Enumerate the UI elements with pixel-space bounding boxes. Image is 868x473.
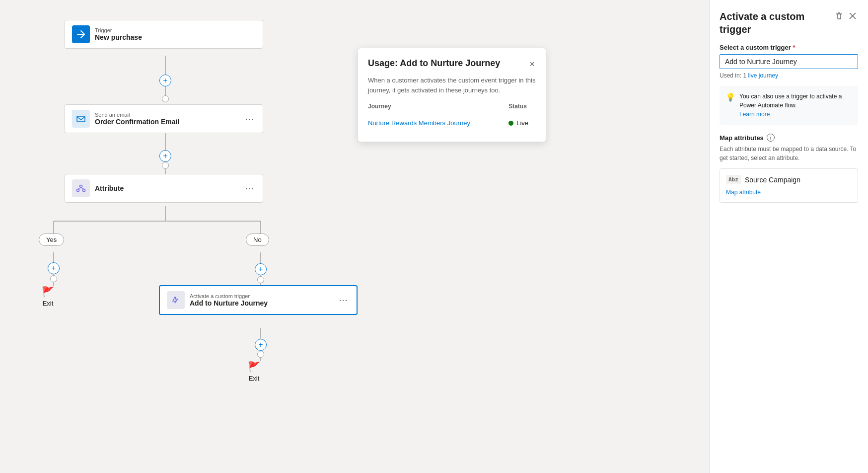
panel-header: Activate a custom trigger: [720, 10, 858, 36]
svg-line-18: [78, 188, 81, 189]
panel-title: Activate a custom trigger: [720, 10, 829, 36]
yes-branch[interactable]: Yes: [39, 234, 64, 246]
attribute-menu-btn[interactable]: ⋯: [243, 181, 256, 196]
panel-header-actions: [833, 10, 858, 22]
map-attribute-link[interactable]: Map attribute: [726, 189, 761, 196]
popup-table: Journey Status Nurture Rewards Members J…: [368, 103, 536, 132]
map-attrs-header: Map attributes i: [720, 134, 858, 142]
learn-more-link[interactable]: Learn more: [739, 111, 770, 118]
email-sub-label: Send an email: [95, 112, 179, 118]
lightbulb-icon: 💡: [725, 92, 735, 119]
trigger-node[interactable]: Trigger New purchase: [65, 20, 263, 49]
trigger-sub-label: Trigger: [95, 27, 142, 33]
status-live-dot: [508, 121, 513, 126]
trigger-input[interactable]: [720, 54, 858, 69]
email-node[interactable]: Send an email Order Confirmation Email ⋯: [65, 104, 263, 133]
info-box: 💡 You can also use a trigger to activate…: [720, 86, 858, 125]
popup-close-btn[interactable]: ×: [528, 58, 536, 71]
select-trigger-label: Select a custom trigger *: [720, 44, 858, 51]
plus-btn-yes[interactable]: +: [48, 262, 60, 274]
svg-point-17: [83, 189, 85, 192]
popup-col-journey: Journey: [368, 103, 508, 114]
trigger-icon: [72, 25, 90, 43]
circle-custom: [257, 351, 264, 358]
info-box-text: You can also use a trigger to activate a…: [739, 92, 852, 119]
custom-trigger-icon: [167, 291, 185, 309]
exit-no-node: 🚩 Exit: [248, 361, 260, 382]
popup-journey-name[interactable]: Nurture Rewards Members Journey: [368, 114, 508, 132]
popup-description: When a customer activates the custom eve…: [368, 76, 536, 95]
exit-no-label: Exit: [249, 375, 260, 382]
map-attrs-label: Map attributes: [720, 134, 764, 142]
no-branch[interactable]: No: [246, 234, 269, 246]
panel-delete-btn[interactable]: [833, 10, 845, 22]
plus-btn-custom[interactable]: +: [255, 339, 267, 351]
attribute-card-header: Abz Source Campaign: [726, 175, 852, 184]
popup-title: Usage: Add to Nurture Journey: [368, 58, 528, 69]
map-attrs-info-icon[interactable]: i: [767, 134, 775, 142]
svg-line-19: [81, 188, 84, 189]
attr-name: Source Campaign: [745, 176, 800, 184]
custom-trigger-sub-label: Activate a custom trigger: [190, 293, 268, 299]
custom-trigger-main-label: Add to Nurture Journey: [190, 299, 268, 307]
attribute-icon: [72, 179, 90, 197]
canvas-area: Trigger New purchase + Send an email Ord…: [0, 0, 709, 473]
panel-close-btn[interactable]: [847, 10, 858, 21]
used-in-text: Used in: 1 live journey: [720, 72, 858, 79]
attribute-card: Abz Source Campaign Map attribute: [720, 168, 858, 203]
right-panel: Activate a custom trigger Select a custo…: [709, 0, 868, 473]
attribute-label: Attribute: [95, 184, 124, 192]
attr-type-icon: Abz: [726, 175, 741, 184]
live-journey-link[interactable]: live journey: [748, 72, 778, 79]
map-attrs-desc: Each attribute must be mapped to a data …: [720, 145, 858, 162]
exit-no-flag: 🚩: [248, 361, 260, 373]
svg-point-15: [80, 185, 82, 188]
exit-yes-label: Exit: [43, 300, 54, 307]
svg-point-16: [77, 189, 79, 192]
email-menu-btn[interactable]: ⋯: [243, 111, 256, 126]
custom-trigger-menu-btn[interactable]: ⋯: [337, 293, 350, 308]
circle-2: [162, 162, 169, 169]
attribute-node[interactable]: Attribute ⋯: [65, 174, 263, 203]
plus-btn-2[interactable]: +: [159, 150, 171, 162]
circle-1: [162, 95, 169, 102]
popup-status: Live: [508, 119, 536, 127]
exit-yes-node: 🚩 Exit: [42, 286, 54, 307]
popup-col-status: Status: [508, 103, 536, 114]
canvas-connectors: [0, 0, 709, 473]
email-icon: [72, 110, 90, 128]
plus-btn-1[interactable]: +: [159, 75, 171, 86]
custom-trigger-node[interactable]: Activate a custom trigger Add to Nurture…: [159, 285, 358, 315]
circle-yes: [50, 275, 57, 282]
popup-header: Usage: Add to Nurture Journey ×: [368, 58, 536, 71]
exit-yes-flag: 🚩: [42, 286, 54, 298]
svg-rect-14: [77, 116, 85, 122]
circle-no: [257, 276, 264, 283]
trigger-main-label: New purchase: [95, 33, 142, 41]
usage-popup: Usage: Add to Nurture Journey × When a c…: [358, 48, 546, 142]
plus-btn-no[interactable]: +: [255, 263, 267, 275]
email-main-label: Order Confirmation Email: [95, 118, 179, 126]
popup-table-row: Nurture Rewards Members Journey Live: [368, 114, 536, 132]
